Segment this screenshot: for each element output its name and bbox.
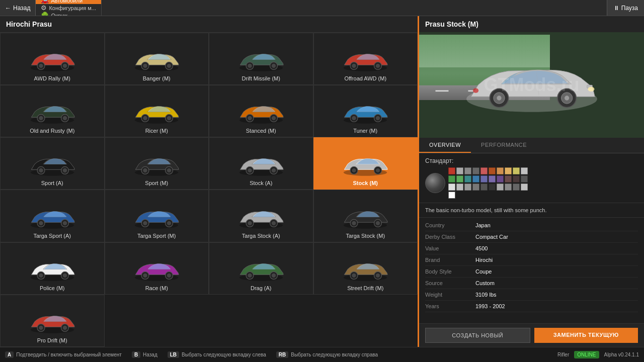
color-swatch[interactable] [513, 167, 520, 174]
color-swatch[interactable] [513, 184, 520, 191]
car-cell[interactable]: Stanced (M) [209, 85, 313, 137]
color-swatch[interactable] [472, 184, 479, 191]
selected-car-title: Prasu Stock (M) [425, 20, 478, 28]
status-label: Выбрать следующую вкладку справа [291, 352, 378, 357]
tab-performance[interactable]: PERFORMANCE [471, 138, 537, 153]
car-cell[interactable]: Stock (M) [313, 137, 418, 190]
color-swatch[interactable] [521, 167, 528, 174]
color-swatch[interactable] [448, 175, 455, 183]
svg-point-94 [272, 274, 276, 278]
color-swatch[interactable] [497, 167, 504, 174]
color-swatch[interactable] [448, 192, 455, 199]
color-swatch[interactable] [456, 167, 463, 174]
nav-tab-label-3: Автомобили [51, 0, 83, 4]
car-thumbnail-svg [340, 256, 390, 284]
pause-button[interactable]: ⏸ Пауза [607, 0, 644, 16]
status-key: B [132, 351, 140, 358]
nav-tab-icon-4: ⚙ [41, 4, 47, 12]
status-key: RB [276, 351, 288, 358]
car-cell[interactable]: Sport (M) [105, 137, 209, 190]
color-swatch[interactable] [489, 184, 496, 191]
nav-tab-5[interactable]: 🌳Окруж... [36, 12, 102, 16]
color-swatch[interactable] [456, 175, 463, 183]
color-swatch[interactable] [464, 184, 471, 191]
svg-point-87 [143, 274, 147, 278]
status-label: Выбрать следующую вкладку слева [182, 352, 266, 357]
car-cell[interactable]: Stock (A) [209, 137, 313, 190]
color-swatch[interactable] [480, 184, 488, 191]
color-swatch[interactable] [472, 167, 479, 174]
car-label: Tuner (M) [351, 127, 379, 135]
car-thumbnail-svg [131, 256, 182, 284]
car-cell[interactable]: Street Drift (M) [313, 242, 418, 295]
stat-value: 4500 [475, 245, 488, 251]
color-swatch[interactable] [505, 175, 512, 183]
car-cell[interactable]: Race (M) [105, 242, 209, 295]
car-cell[interactable]: Tuner (M) [313, 85, 418, 137]
car-cell[interactable]: Sport (A) [0, 137, 105, 190]
car-thumbnail-svg [27, 151, 77, 179]
svg-point-17 [352, 64, 356, 68]
car-thumbnail-svg [131, 151, 182, 179]
color-swatch[interactable] [480, 175, 488, 183]
status-item: LBВыбрать следующую вкладку слева [168, 351, 266, 358]
left-panel-header: Hirochi Prasu [0, 16, 418, 33]
stat-key: Body Style [425, 268, 475, 275]
car-cell[interactable]: Drag (A) [209, 242, 313, 295]
car-thumbnail-svg [340, 204, 390, 232]
version: Alpha v0.24.1.1 [604, 352, 639, 357]
svg-point-89 [167, 274, 171, 278]
tab-overview[interactable]: OVERVIEW [419, 138, 471, 153]
svg-point-59 [376, 168, 380, 172]
color-swatch[interactable] [464, 167, 471, 174]
svg-point-42 [39, 168, 43, 172]
color-preview[interactable] [425, 173, 445, 193]
create-new-button[interactable]: СОЗДАТЬ НОВЫЙ [425, 328, 530, 343]
color-swatch[interactable] [464, 175, 471, 183]
car-cell[interactable]: Targa Sport (A) [0, 190, 105, 242]
color-label: Стандарт: [425, 157, 638, 164]
car-cell[interactable]: Targa Sport (M) [105, 190, 209, 242]
color-swatch[interactable] [489, 175, 496, 183]
pause-icon: ⏸ [613, 5, 619, 12]
nav-tab-4[interactable]: ⚙Конфигурация м... [36, 4, 102, 12]
car-cell[interactable]: Pro Drift (M) [0, 295, 105, 347]
car-cell[interactable]: Old and Rusty (M) [0, 85, 105, 137]
color-swatch[interactable] [497, 184, 504, 191]
svg-point-82 [39, 274, 43, 278]
color-swatch[interactable] [448, 184, 455, 191]
color-swatch[interactable] [497, 175, 504, 183]
car-label: Old and Rusty (M) [28, 127, 76, 135]
svg-point-72 [248, 221, 252, 225]
nav-tab-3[interactable]: 🚗Автомобили [36, 0, 102, 4]
nav-tabs: ⊞Главное ...📋К...🔧Модифи...🚗Автомобили⚙К… [36, 0, 102, 16]
car-cell[interactable]: AWD Rally (M) [0, 33, 105, 85]
top-nav: ← Назад ⊞Главное ...📋К...🔧Модифи...🚗Авто… [0, 0, 644, 16]
color-swatch[interactable] [513, 175, 520, 183]
car-cell[interactable]: Ricer (M) [105, 85, 209, 137]
left-panel: Hirochi Prasu AWD Rally (M) Banger (M) D… [0, 16, 418, 347]
car-label: Pro Drift (M) [35, 336, 69, 344]
car-label: Sport (A) [39, 179, 65, 187]
car-cell[interactable]: Banger (M) [105, 33, 209, 85]
svg-point-2 [39, 64, 43, 68]
car-cell[interactable]: Police (M) [0, 242, 105, 295]
car-cell[interactable]: Targa Stock (M) [313, 190, 418, 242]
color-swatch[interactable] [480, 167, 488, 174]
status-label: Назад [143, 352, 157, 357]
color-swatch[interactable] [505, 184, 512, 191]
car-cell[interactable]: Targa Stock (A) [209, 190, 313, 242]
color-swatch[interactable] [456, 184, 463, 191]
car-cell[interactable]: Drift Missile (M) [209, 33, 313, 85]
color-swatch[interactable] [489, 167, 496, 174]
color-swatch[interactable] [521, 184, 528, 191]
replace-current-button[interactable]: ЗАМЕНИТЬ ТЕКУЩУЮ [534, 328, 638, 343]
car-cell[interactable]: Offroad AWD (M) [313, 33, 418, 85]
color-swatch-empty [513, 192, 520, 199]
color-swatch[interactable] [521, 175, 528, 183]
color-swatch[interactable] [472, 175, 479, 183]
back-button[interactable]: ← Назад [0, 0, 36, 16]
color-swatch[interactable] [505, 167, 512, 174]
color-swatch[interactable] [448, 167, 455, 174]
svg-point-19 [376, 64, 380, 68]
